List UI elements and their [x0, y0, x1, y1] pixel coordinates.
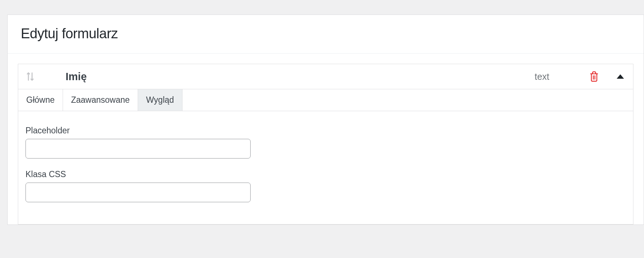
page-title: Edytuj formularz	[21, 26, 631, 42]
trash-icon	[589, 71, 599, 82]
field-card: Imię text	[18, 64, 633, 224]
tab-content-appearance: Placeholder Klasa CSS	[18, 111, 633, 224]
svg-marker-0	[617, 74, 624, 79]
css-class-group: Klasa CSS	[25, 169, 626, 202]
delete-button[interactable]	[587, 69, 601, 84]
triangle-up-icon	[616, 74, 624, 79]
drag-handle-icon[interactable]	[23, 69, 38, 84]
field-card-header: Imię text	[18, 64, 633, 89]
page-wrap: Edytuj formularz Imię text	[0, 0, 644, 225]
tab-advanced[interactable]: Zaawansowane	[63, 89, 138, 111]
collapse-toggle-button[interactable]	[614, 72, 627, 81]
css-class-label: Klasa CSS	[25, 169, 626, 179]
css-class-input[interactable]	[25, 183, 251, 202]
field-type-label: text	[535, 71, 549, 82]
panel-header: Edytuj formularz	[8, 15, 644, 54]
placeholder-label: Placeholder	[25, 126, 626, 136]
panel-body: Imię text	[8, 54, 644, 224]
field-tabs: Główne Zaawansowane Wygląd	[18, 89, 633, 111]
placeholder-input[interactable]	[25, 139, 251, 159]
field-title-label: Imię	[66, 71, 87, 83]
placeholder-group: Placeholder	[25, 126, 626, 159]
editor-panel: Edytuj formularz Imię text	[7, 15, 644, 225]
tab-main[interactable]: Główne	[18, 89, 63, 111]
tab-appearance[interactable]: Wygląd	[138, 89, 182, 111]
